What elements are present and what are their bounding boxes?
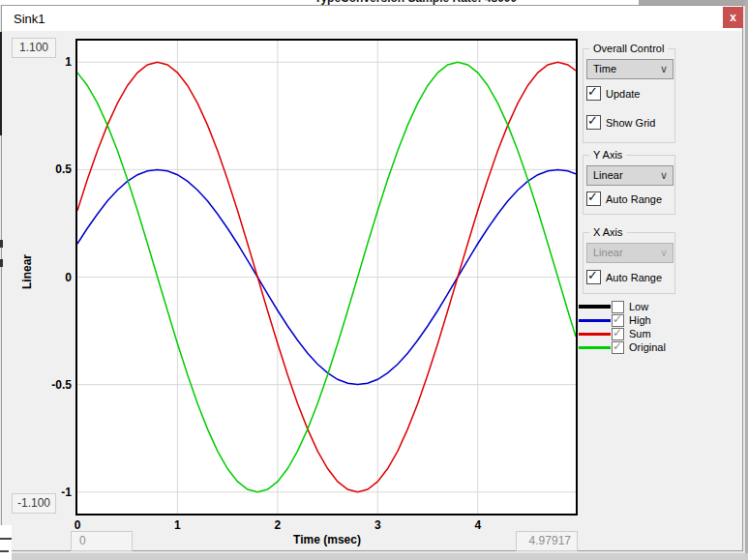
checkbox-box: ✓ — [586, 192, 601, 206]
checkbox-box: ✓ — [586, 270, 601, 284]
check-icon: ✓ — [587, 190, 598, 204]
titlebar[interactable]: Sink1 — [2, 6, 742, 31]
legend-label-original: Original — [629, 341, 666, 353]
legend-swatch-high — [579, 319, 611, 322]
x-tick-label: 0 — [66, 518, 89, 532]
check-icon: ✓ — [613, 326, 622, 339]
x-min-readout[interactable]: 0 — [71, 531, 133, 551]
update-checkbox-label: Update — [606, 88, 640, 100]
y-tick-label: -1 — [39, 486, 72, 499]
legend: ✓ Low ✓ High ✓ Sum ✓ Original — [579, 300, 666, 354]
check-icon: ✓ — [587, 84, 598, 99]
check-icon: ✓ — [587, 268, 598, 282]
legend-swatch-original — [579, 346, 611, 349]
legend-label-sum: Sum — [629, 328, 651, 339]
y-tick-label: 1 — [39, 55, 72, 69]
chevron-down-icon: ∨ — [660, 166, 668, 185]
group-overall-control-title: Overall Control — [589, 43, 668, 54]
y-tick-label: -0.5 — [39, 378, 72, 392]
group-y-axis-title: Y Axis — [589, 149, 626, 161]
background-left-line-fragment — [0, 32, 2, 135]
x-tick-label: 3 — [366, 518, 389, 532]
plot-canvas — [77, 41, 576, 514]
legend-swatch-sum — [579, 333, 611, 336]
background-left-text-fragment — [0, 259, 3, 267]
x-axis-scale-dropdown-value: Linear — [593, 247, 623, 258]
y-auto-range-label: Auto Range — [606, 193, 662, 205]
x-max-readout[interactable]: 4.97917 — [516, 531, 578, 551]
checkbox-box: ✓ — [586, 86, 601, 101]
legend-label-high: High — [629, 314, 651, 326]
x-tick-label: 1 — [165, 518, 189, 532]
overall-control-dropdown-value: Time — [593, 63, 616, 74]
show-grid-checkbox[interactable]: ✓ Show Grid — [586, 115, 655, 130]
group-x-axis: X Axis — [583, 232, 675, 294]
background-wire-fragment — [0, 550, 9, 552]
y-axis-scale-label: Linear — [20, 249, 34, 295]
background-bottom-strip — [0, 553, 748, 560]
x-tick-label: 4 — [466, 518, 490, 532]
screen: TypeConversion Sample Rate: 48000 Sink1 … — [0, 0, 748, 560]
show-grid-checkbox-label: Show Grid — [606, 117, 655, 129]
window-title: Sink1 — [14, 12, 45, 26]
legend-checkbox-original[interactable]: ✓ — [612, 341, 624, 354]
close-button[interactable]: x — [723, 7, 743, 28]
chevron-down-icon: ∨ — [660, 244, 668, 262]
legend-item-original: ✓ Original — [579, 340, 666, 354]
x-auto-range-label: Auto Range — [606, 272, 662, 283]
background-wire-fragment — [0, 538, 12, 540]
legend-label-low: Low — [629, 301, 648, 312]
x-tick-label: 2 — [266, 518, 289, 532]
background-left-text-fragment — [0, 240, 3, 248]
legend-swatch-low — [579, 305, 611, 309]
x-auto-range-checkbox[interactable]: ✓ Auto Range — [586, 270, 662, 284]
check-icon: ✓ — [613, 339, 622, 353]
background-bottom-left-fragment — [0, 525, 12, 560]
check-icon: ✓ — [613, 312, 622, 326]
check-icon: ✓ — [587, 113, 598, 128]
y-tick-label: 0.5 — [39, 162, 72, 176]
x-axis-scale-dropdown: Linear ∨ — [586, 243, 673, 263]
update-checkbox[interactable]: ✓ Update — [586, 86, 640, 101]
y-tick-label: 0 — [39, 271, 72, 284]
checkbox-box: ✓ — [586, 115, 601, 130]
y-axis-scale-dropdown[interactable]: Linear ∨ — [586, 165, 673, 186]
x-axis-title: Time (msec) — [230, 533, 424, 546]
chevron-down-icon: ∨ — [660, 60, 668, 78]
plot-area — [75, 39, 578, 516]
y-axis-scale-dropdown-value: Linear — [593, 169, 623, 181]
group-x-axis-title: X Axis — [589, 226, 627, 238]
overall-control-dropdown[interactable]: Time ∨ — [586, 59, 673, 79]
y-auto-range-checkbox[interactable]: ✓ Auto Range — [586, 192, 662, 206]
